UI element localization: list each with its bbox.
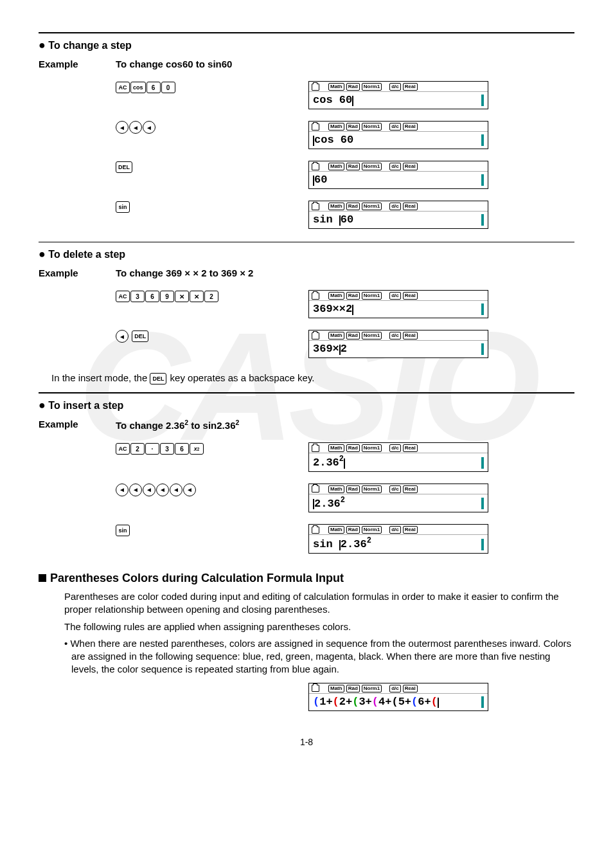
calculator-screen: Math Rad Norm1 d/c Real sin 2.362	[308, 524, 488, 554]
key-sequence: ACcos60	[116, 78, 308, 93]
status-norm1: Norm1	[362, 685, 382, 692]
calc-key: x2	[190, 443, 204, 455]
status-math: Math	[328, 83, 344, 91]
calc-key: 6	[175, 443, 189, 455]
calculator-screen: Math Rad Norm1 d/c Real cos 60	[308, 121, 488, 149]
heading-change-step: ● To change a step	[39, 39, 574, 52]
calc-key: ◄	[116, 484, 129, 496]
example-label: Example	[39, 267, 116, 278]
heading-insert-step: ● To insert a step	[39, 399, 574, 412]
status-math: Math	[328, 332, 344, 339]
status-rad: Rad	[346, 163, 360, 170]
example-label: Example	[39, 419, 116, 429]
status-norm1: Norm1	[362, 123, 382, 131]
screen-body: cos 60	[309, 132, 488, 149]
folder-icon	[312, 84, 319, 91]
status-norm1: Norm1	[362, 444, 382, 452]
folder-icon	[312, 445, 319, 452]
status-real: Real	[403, 163, 418, 170]
status-rad: Rad	[346, 123, 360, 131]
screen-body: 369××2	[309, 301, 488, 318]
key-sequence: ◄◄◄◄◄◄	[116, 481, 308, 496]
example-label: Example	[39, 59, 116, 69]
status-math: Math	[328, 292, 344, 300]
calculator-screen: Math Rad Norm1 d/c Real sin 60	[308, 201, 488, 229]
folder-icon	[312, 332, 319, 339]
status-rad: Rad	[346, 83, 360, 91]
status-dc: d/c	[389, 485, 401, 493]
status-rad: Rad	[346, 332, 360, 339]
status-rad: Rad	[346, 444, 360, 452]
status-math: Math	[328, 526, 344, 534]
key-sequence: AC2·36x2	[116, 440, 308, 455]
status-real: Real	[403, 444, 418, 452]
status-real: Real	[403, 292, 418, 300]
divider	[39, 392, 574, 393]
screen-body: 2.362	[309, 453, 488, 471]
calc-key: 2	[204, 291, 218, 302]
status-real: Real	[403, 526, 418, 534]
calc-key: ✕	[175, 291, 189, 302]
calc-key: 3	[130, 291, 145, 302]
key-sequence: DEL	[116, 158, 308, 173]
screen-body: 2.362	[309, 494, 488, 512]
divider	[39, 242, 574, 242]
status-dc: d/c	[389, 203, 401, 210]
status-math: Math	[328, 444, 344, 452]
status-norm1: Norm1	[362, 292, 382, 300]
key-sequence: sin	[116, 521, 308, 536]
status-rad: Rad	[346, 292, 360, 300]
example-desc: To change cos60 to sin60	[116, 59, 232, 69]
calculator-screen: Math Rad Norm1 d/c Real cos 60	[308, 81, 488, 109]
screen-body: cos 60	[309, 92, 488, 109]
folder-icon	[312, 163, 319, 170]
status-real: Real	[403, 685, 418, 692]
screen-body: 60	[309, 172, 488, 188]
key-sequence: ◄◄◄	[116, 118, 308, 134]
status-dc: d/c	[389, 163, 401, 170]
folder-icon	[312, 527, 319, 534]
folder-icon	[312, 293, 319, 300]
calc-key: ✕	[190, 291, 204, 302]
page-number: 1-8	[39, 737, 574, 747]
calculator-screen: Math Rad Norm1 d/c Real 2.362	[308, 442, 488, 472]
key-sequence: sin	[116, 198, 308, 213]
calc-key: ◄	[143, 484, 155, 496]
calc-key: AC	[116, 443, 130, 455]
screen-body: sin 60	[309, 212, 488, 228]
bullet-paragraph: • When there are nested parentheses, col…	[39, 637, 574, 676]
key-sequence: AC369✕✕2	[116, 287, 308, 302]
del-key-icon: DEL	[150, 373, 166, 384]
status-dc: d/c	[389, 444, 401, 452]
paragraph: The following rules are applied when ass…	[64, 620, 574, 633]
screen-body: (1+(2+(3+(4+(5+(6+(	[309, 694, 488, 710]
status-dc: d/c	[389, 123, 401, 131]
screen-body: 369×2	[309, 341, 488, 357]
calc-key: 0	[161, 82, 175, 93]
calculator-screen: Math Rad Norm1 d/c Real 2.362	[308, 484, 488, 513]
insert-mode-note: In the insert mode, the DEL key operates…	[39, 372, 574, 384]
status-dc: d/c	[389, 83, 401, 91]
status-real: Real	[403, 123, 418, 131]
folder-icon	[312, 685, 319, 692]
status-math: Math	[328, 163, 344, 170]
calc-key: ◄	[183, 484, 196, 496]
status-math: Math	[328, 123, 344, 131]
status-rad: Rad	[346, 485, 360, 493]
calc-key: 2	[130, 443, 145, 455]
calc-key: AC	[116, 291, 130, 302]
folder-icon	[312, 203, 319, 210]
status-norm1: Norm1	[362, 203, 382, 210]
calculator-screen: Math Rad Norm1 d/c Real (1+(2+(3+(4+(5+(…	[308, 683, 488, 711]
calc-key: 3	[160, 443, 174, 455]
calc-key: ◄	[143, 121, 155, 134]
calc-key: ·	[145, 443, 159, 455]
status-norm1: Norm1	[362, 485, 382, 493]
status-real: Real	[403, 83, 418, 91]
example-desc: To change 369 × × 2 to 369 × 2	[116, 267, 253, 278]
key-sequence: ◄ DEL	[116, 327, 308, 343]
status-math: Math	[328, 485, 344, 493]
calc-key: ◄	[116, 330, 129, 343]
status-norm1: Norm1	[362, 526, 382, 534]
heading-delete-step: ● To delete a step	[39, 248, 574, 261]
